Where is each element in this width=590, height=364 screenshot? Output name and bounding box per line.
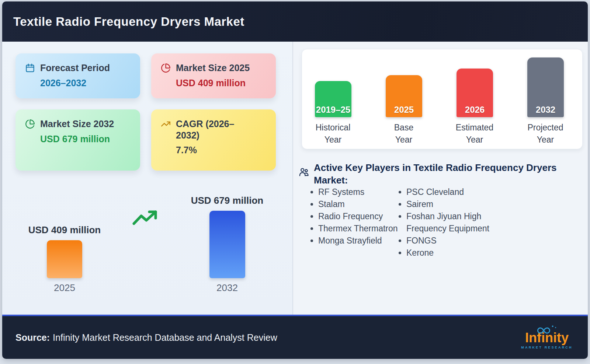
timeline-caption: BaseYear [374, 122, 433, 146]
timeline-year-label: 2032 [527, 105, 564, 115]
stat-card-cagr: CAGR (2026–2032) 7.7% [151, 109, 276, 171]
source-note: Source:Infinity Market Research Database… [15, 332, 277, 343]
left-panel: Forecast Period 2026–2032 Market Size 20… [2, 42, 293, 315]
timeline-caption: EstimatedYear [445, 122, 504, 146]
growth-bar-0 [47, 240, 82, 278]
stat-label: Market Size 2032 [40, 118, 114, 130]
bar-year-label: 2032 [168, 282, 286, 294]
trending-up-icon [161, 119, 171, 129]
logo-tagline: MARKET RESEARCH [519, 346, 575, 349]
page-title: Textile Radio Frequency Dryers Market [13, 15, 244, 29]
stat-cards: Forecast Period 2026–2032 Market Size 20… [15, 53, 276, 171]
stat-label: CAGR (2026–2032) [176, 118, 244, 141]
stat-card-forecast-period: Forecast Period 2026–2032 [15, 53, 140, 98]
list-item: FONGS [406, 235, 504, 247]
list-item: PSC Cleveland [406, 186, 504, 198]
stat-value: 7.7% [176, 144, 266, 155]
key-players-heading: Active Key Players in Textile Radio Freq… [298, 161, 571, 187]
stat-value: 2026–2032 [40, 77, 131, 88]
key-players-column-2: PSC Cleveland Sairem Foshan Jiyuan High … [398, 186, 504, 259]
timeline-bar-2: 2026 [457, 69, 493, 117]
infographic-frame: Textile Radio Frequency Dryers Market Fo… [2, 1, 588, 359]
timeline-bar-0: 2019–25 [315, 81, 351, 117]
footer: Source:Infinity Market Research Database… [2, 315, 588, 359]
right-panel: 2019–25 2025 2026 2032 HistoricalYear Ba… [293, 42, 588, 315]
timeline-year-label: 2019–25 [315, 105, 351, 115]
timeline-caption: HistoricalYear [303, 122, 362, 146]
infinity-icon [535, 325, 561, 336]
key-players-title: Active Key Players in Textile Radio Freq… [314, 161, 557, 187]
source-label: Source: [15, 332, 50, 343]
list-item: Stalam [318, 198, 398, 210]
pie-chart-icon [25, 119, 35, 129]
stat-value: USD 679 million [40, 133, 131, 144]
growth-chart: USD 409 million 2025 USD 679 million 203… [2, 215, 293, 315]
list-item: Kerone [406, 247, 504, 259]
list-item: Thermex Thermatron [318, 223, 398, 235]
list-item: Monga Strayfield [318, 235, 398, 247]
bar-year-label: 2025 [6, 282, 124, 294]
list-item: RF Systems [318, 186, 398, 198]
infinity-logo: Infinity MARKET RESEARCH [519, 326, 575, 349]
source-text: Infinity Market Research Database and An… [53, 332, 277, 343]
stat-label: Forecast Period [40, 62, 110, 74]
main-content: Forecast Period 2026–2032 Market Size 20… [2, 42, 588, 315]
key-players-column-1: RF Systems Stalam Radio Frequency Therme… [309, 186, 398, 247]
pie-chart-icon [161, 63, 171, 73]
list-item: Foshan Jiyuan High Frequency Equipment [406, 210, 504, 235]
list-item: Sairem [406, 198, 504, 210]
timeline-bar-3: 2032 [527, 57, 564, 117]
list-item: Radio Frequency [318, 210, 398, 223]
stat-card-market-size-2032: Market Size 2032 USD 679 million [15, 109, 140, 171]
timeline-year-label: 2026 [457, 105, 493, 115]
timeline-year-label: 2025 [386, 105, 422, 115]
bar-value-label: USD 409 million [6, 224, 124, 236]
timeline-bar-1: 2025 [386, 75, 422, 117]
header: Textile Radio Frequency Dryers Market [2, 1, 588, 42]
calendar-icon [25, 63, 35, 73]
stat-label: Market Size 2025 [176, 62, 250, 74]
bar-value-label: USD 679 million [168, 195, 286, 206]
growth-arrow-icon [132, 208, 160, 227]
timeline-card: 2019–25 2025 2026 2032 HistoricalYear Ba… [302, 49, 583, 149]
users-icon [298, 167, 309, 178]
timeline-caption: ProjectedYear [516, 122, 575, 146]
stat-card-market-size-2025: Market Size 2025 USD 409 million [151, 53, 276, 98]
stat-value: USD 409 million [176, 77, 266, 88]
growth-bar-1 [209, 211, 245, 278]
